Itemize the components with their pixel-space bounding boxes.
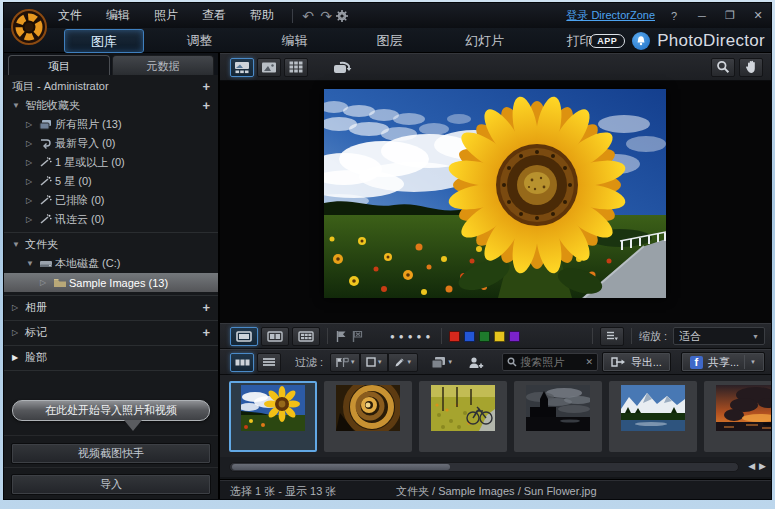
tab-project[interactable]: 项目	[8, 55, 110, 75]
tree-item-cyberlink-cloud[interactable]: ▷ 讯连云 (0)	[4, 210, 218, 229]
add-tag-button[interactable]: +	[202, 325, 210, 340]
rotate-photo-icon[interactable]	[330, 58, 354, 77]
video-snapshot-button[interactable]: 视频截图快手	[11, 443, 211, 464]
expander-icon[interactable]: ▼	[26, 259, 39, 268]
photo-sun-flower[interactable]	[324, 89, 666, 298]
photo-viewer[interactable]	[220, 81, 772, 323]
expander-icon[interactable]: ▷	[26, 215, 39, 224]
redo-icon[interactable]: ↷	[317, 8, 335, 24]
rating-dot[interactable]: ●	[425, 332, 434, 341]
grid-view-button[interactable]	[284, 58, 308, 77]
zoom-tool-button[interactable]	[711, 58, 735, 77]
import-button[interactable]: 导入	[11, 474, 211, 495]
tree-item-folders[interactable]: ▼ 文件夹	[4, 232, 218, 254]
stack-photos-dropdown[interactable]: ▼	[430, 353, 454, 372]
expander-icon[interactable]: ▷	[26, 120, 39, 129]
color-label-yellow[interactable]	[494, 331, 505, 342]
tab-layers[interactable]: 图层	[342, 29, 437, 53]
tree-item-tags[interactable]: ▷ 标记 +	[4, 320, 218, 342]
tree-item-local-disk[interactable]: ▼ 本地磁盘 (C:)	[4, 254, 218, 273]
rating-dot[interactable]: ●	[408, 332, 417, 341]
notification-bell-icon[interactable]	[632, 32, 650, 50]
tree-item-5-star[interactable]: ▷ 5 星 (0)	[4, 172, 218, 191]
filter-rating-dropdown[interactable]: ▼	[388, 353, 418, 372]
clear-search-icon[interactable]: ✕	[586, 357, 594, 367]
expander-icon[interactable]: ▼	[12, 240, 25, 249]
tree-item-project-root[interactable]: 项目 - Administrator +	[4, 77, 218, 96]
tree-item-sample-images[interactable]: ▷ Sample Images (13)	[4, 273, 218, 292]
rating-dot[interactable]: ●	[417, 332, 426, 341]
thumbnail-sunset-storm[interactable]	[704, 381, 772, 452]
thumbnail-view-button[interactable]	[230, 353, 254, 372]
flag-pick-icon[interactable]	[335, 330, 347, 343]
scroll-right-icon[interactable]: ▶	[759, 461, 766, 471]
compare-multiple-view-button[interactable]	[292, 327, 320, 346]
tab-metadata[interactable]: 元数据	[112, 55, 214, 75]
tab-slideshow[interactable]: 幻灯片	[437, 29, 532, 53]
login-directorzone-link[interactable]: 登录 DirectorZone	[566, 8, 655, 23]
tree-item-rejected[interactable]: ▷ 已排除 (0)	[4, 191, 218, 210]
share-button[interactable]: f 共享... ▼	[681, 352, 765, 372]
menu-view[interactable]: 查看	[190, 3, 238, 28]
tab-library[interactable]: 图库	[64, 29, 144, 53]
expander-icon[interactable]: ▶	[12, 353, 25, 362]
thumbnail-bicycle-field[interactable]	[419, 381, 507, 452]
scroll-left-icon[interactable]: ◀	[748, 461, 755, 471]
tree-item-smart-collection[interactable]: ▼ 智能收藏夹 +	[4, 96, 218, 115]
tree-item-faces[interactable]: ▶ 脸部	[4, 345, 218, 367]
thumbnail-spiral-staircase[interactable]	[324, 381, 412, 452]
help-button[interactable]: ?	[665, 10, 683, 22]
rating-dot[interactable]: ●	[390, 332, 399, 341]
menu-photo[interactable]: 照片	[142, 3, 190, 28]
rating-dot[interactable]: ●	[399, 332, 408, 341]
expander-icon[interactable]: ▼	[12, 101, 25, 110]
list-view-button[interactable]	[257, 353, 281, 372]
tab-adjustment[interactable]: 调整	[152, 29, 247, 53]
expander-icon[interactable]: ▷	[26, 177, 39, 186]
menu-help[interactable]: 帮助	[238, 3, 286, 28]
tree-item-latest-import[interactable]: ▷ 最新导入 (0)	[4, 134, 218, 153]
minimize-button[interactable]: ─	[693, 10, 711, 22]
maximize-button[interactable]: ❐	[721, 9, 739, 22]
expander-icon[interactable]: ▷	[12, 303, 25, 312]
pan-hand-button[interactable]	[739, 58, 763, 77]
expander-icon[interactable]: ▷	[26, 196, 39, 205]
filmstrip-scrollbar[interactable]	[229, 462, 739, 472]
filter-label-dropdown[interactable]: ▼	[360, 353, 388, 372]
filter-flags-dropdown[interactable]: ▼	[330, 353, 360, 372]
color-label-green[interactable]	[479, 331, 490, 342]
thumbnail-mountain-lake[interactable]	[609, 381, 697, 452]
add-album-button[interactable]: +	[202, 300, 210, 315]
settings-gear-icon[interactable]	[335, 9, 353, 23]
expander-icon[interactable]: ▷	[40, 278, 53, 287]
compare-two-view-button[interactable]	[261, 327, 289, 346]
chevron-down-icon[interactable]: ▼	[750, 359, 756, 365]
view-options-icon[interactable]	[600, 327, 624, 346]
add-smart-collection-button[interactable]: +	[202, 98, 210, 113]
expander-icon[interactable]: ▷	[12, 328, 25, 337]
tag-faces-button[interactable]	[464, 353, 488, 372]
color-label-red[interactable]	[449, 331, 460, 342]
import-hint-button[interactable]: 在此处开始导入照片和视频	[12, 400, 210, 421]
thumbnail-dark-chapel[interactable]	[514, 381, 602, 452]
menu-file[interactable]: 文件	[46, 3, 94, 28]
tree-item-albums[interactable]: ▷ 相册 +	[4, 295, 218, 317]
expander-icon[interactable]: ▷	[26, 158, 39, 167]
flag-reject-icon[interactable]	[351, 330, 364, 343]
tab-edit[interactable]: 编辑	[247, 29, 342, 53]
browse-view-button[interactable]	[230, 58, 254, 77]
zoom-level-dropdown[interactable]: 适合 ▼	[673, 327, 765, 345]
expander-icon[interactable]: ▷	[26, 139, 39, 148]
color-label-blue[interactable]	[464, 331, 475, 342]
close-button[interactable]: ✕	[749, 9, 767, 22]
export-button[interactable]: 导出...	[602, 352, 671, 372]
single-photo-view-button[interactable]	[230, 327, 258, 346]
search-box[interactable]: ✕	[502, 353, 598, 371]
undo-icon[interactable]: ↶	[299, 8, 317, 24]
tree-item-1-star-or-more[interactable]: ▷ 1 星或以上 (0)	[4, 153, 218, 172]
app-badge[interactable]: APP	[589, 34, 625, 48]
search-input[interactable]	[520, 356, 582, 368]
color-label-purple[interactable]	[509, 331, 520, 342]
single-view-button[interactable]	[257, 58, 281, 77]
thumbnail-sunflower[interactable]	[229, 381, 317, 452]
